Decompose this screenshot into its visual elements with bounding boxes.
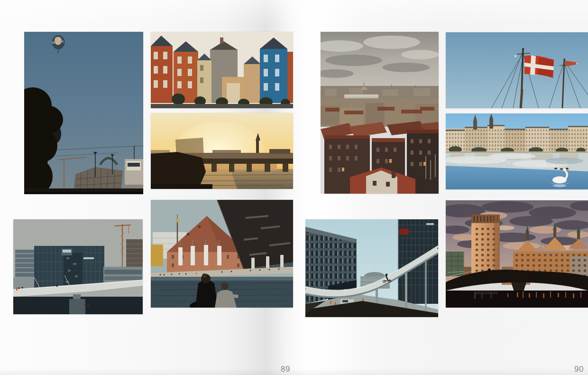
photo-frozen-lake-swan[interactable] (446, 113, 588, 189)
glass-offices-photo-graphic (13, 219, 143, 314)
danish-flag-photo-graphic (446, 32, 588, 108)
bicycle-ramp-photo-graphic (305, 219, 438, 317)
page-number-left: 89 (281, 365, 290, 374)
sunset-bridge-photo-graphic (151, 113, 293, 189)
townhouses-photo-graphic (151, 32, 293, 108)
photo-golden-tower-bridge[interactable] (446, 200, 588, 308)
photo-black-diamond[interactable] (151, 200, 293, 308)
rooftops-photo-graphic (321, 32, 439, 194)
photo-townhouses[interactable] (151, 32, 293, 108)
book-spread: 89 (0, 0, 588, 375)
black-diamond-photo-graphic (151, 200, 293, 308)
photo-balloon[interactable] (24, 32, 143, 194)
balloon-photo-graphic (24, 32, 143, 194)
page-number-right: 90 (574, 365, 584, 374)
photo-glass-offices[interactable] (13, 219, 143, 314)
photo-rooftops[interactable] (321, 32, 439, 194)
photo-bicycle-ramp[interactable] (305, 219, 438, 317)
golden-tower-bridge-photo-graphic (446, 200, 588, 308)
photo-sunset-bridge[interactable] (151, 113, 293, 189)
frozen-lake-swan-photo-graphic (446, 113, 588, 189)
photo-danish-flag[interactable] (446, 32, 588, 108)
